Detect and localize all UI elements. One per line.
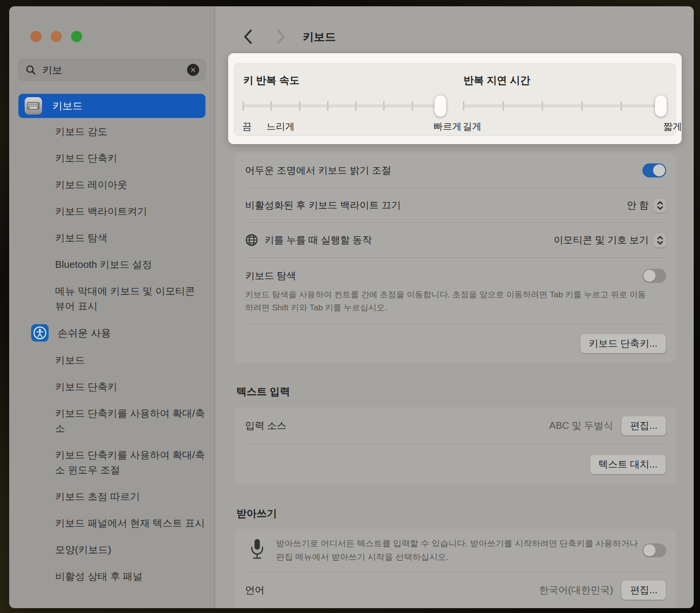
language-edit-button[interactable]: 편집... [621,580,666,600]
slider-tick [502,101,504,111]
microphone-icon [250,538,264,562]
repeat-delay-title: 반복 지연 시간 [464,73,675,87]
sidebar-item-label: 키보드 [52,99,83,113]
slider-tick [463,101,465,111]
slider-tick [411,101,413,111]
sidebar-item-keyboard-navigation[interactable]: 키보드 탐색 [18,224,205,251]
accessibility-icon [31,324,49,342]
sidebar-item-keyboard-shortcuts[interactable]: 키보드 단축키 [18,145,205,171]
repeat-delay-group: 반복 지연 시간 길게 짧게 [464,64,675,135]
popup-chevrons-icon[interactable] [654,233,666,248]
search-results-list: 키보드 키보드 감도 키보드 단축키 키보드 레이아웃 키보드 백라이트켜기 키… [18,94,205,589]
brightness-toggle[interactable] [642,163,666,177]
sidebar-item-a11y-zoom-shortcut[interactable]: 키보드 단축키를 사용하여 확대/축소 [18,400,205,441]
slider-tick [327,101,328,111]
keyboard-shortcuts-button[interactable]: 키보드 단축키... [580,334,666,353]
repeat-settings-card: 키 반복 속도 끔 느리게 빠르게 반복 지연 시간 [234,63,676,136]
slider-tick [355,101,357,111]
sidebar-item-keyboard-sensitivity[interactable]: 키보드 감도 [18,118,205,145]
keyboard-navigation-label: 키보드 탐색 [245,269,296,282]
text-input-section-title: 텍스트 입력 [236,385,694,398]
sidebar-item-a11y-inactive-panel[interactable]: 비활성 상태 후 패널 [18,563,205,589]
sidebar-item-keyboard-layout[interactable]: 키보드 레이아웃 [18,171,205,198]
brightness-label: 어두운 조명에서 키보드 밝기 조절 [245,164,391,177]
search-icon [26,65,36,75]
search-input[interactable] [42,64,187,76]
sidebar-item-accessibility[interactable]: 손쉬운 사용 [18,319,205,347]
language-label: 언어 [245,584,264,597]
brightness-row: 어두운 조명에서 키보드 밝기 조절 [245,153,666,188]
close-window-button[interactable] [30,31,42,42]
page-title: 키보드 [303,29,336,44]
key-repeat-rate-title: 키 반복 속도 [243,73,455,87]
slider-tick [383,101,385,111]
sidebar-item-label: 손쉬운 사용 [58,326,111,340]
sidebar-item-a11y-keyboard[interactable]: 키보드 [18,347,205,373]
desktop: { "colors": { "traffic_close": "#b26c44"… [0,0,700,613]
clear-search-icon[interactable]: ✕ [187,64,199,76]
sidebar-item-a11y-shortcuts[interactable]: 키보드 단축키 [18,373,205,400]
key-repeat-rate-group: 키 반복 속도 끔 느리게 빠르게 [243,64,455,135]
zoom-window-button[interactable] [71,31,82,42]
backlight-off-row: 비활성화된 후 키보드 백라이트 끄기 안 함 [245,188,666,222]
key-repeat-rate-slider[interactable] [243,95,440,117]
sidebar-item-a11y-focus-follow[interactable]: 키보드 초점 따르기 [18,483,205,510]
input-source-row: 입력 소스 ABC 및 두벌식 편집... [245,407,666,444]
fn-key-value[interactable]: 이모티콘 및 기호 보기 [554,234,649,247]
language-value: 한국어(대한민국) [539,584,613,597]
slider-tick [271,101,272,111]
slider-tick [542,101,543,111]
content-header: 키보드 [215,6,694,48]
main-content: 키보드 키 반복 속도 끔 느리게 빠르게 [215,6,694,608]
input-source-value: ABC 및 두벌식 [549,419,613,432]
sidebar-item-a11y-panel-text[interactable]: 키보드 패널에서 현재 텍스트 표시 [18,510,205,536]
slider-thumb[interactable] [434,95,447,117]
slider-label-long: 길게 [463,120,481,133]
forward-button[interactable] [275,29,287,44]
slider-track[interactable] [243,104,443,107]
text-replacement-button[interactable]: 텍스트 대치... [590,454,666,474]
dictation-toggle[interactable] [642,543,666,557]
globe-icon [245,234,258,247]
keyboard-navigation-toggle[interactable] [642,269,666,283]
dictation-section-title: 받아쓰기 [236,507,694,520]
slider-thumb[interactable] [655,95,667,117]
repeat-settings-spotlight: 키 반복 속도 끔 느리게 빠르게 반복 지연 시간 [228,53,682,144]
back-button[interactable] [242,29,254,44]
input-source-label: 입력 소스 [245,419,287,432]
input-source-edit-button[interactable]: 편집... [621,416,666,436]
sidebar-item-bluetooth-keyboard[interactable]: Bluetooth 키보드 설정 [18,251,205,277]
fn-key-row: 키를 누를 때 실행할 동작 이모티콘 및 기호 보기 [245,222,666,257]
slider-label-fast: 빠르게 [434,120,462,133]
slider-label-short: 짧게 [663,120,682,133]
popup-chevrons-icon[interactable] [654,198,666,213]
search-field[interactable]: ✕ [18,59,205,81]
backlight-off-label: 비활성화된 후 키보드 백라이트 끄기 [245,199,401,212]
keyboard-navigation-row: 키보드 탐색 키보드 탐색을 사용하여 컨트롤 간에 초점을 이동합니다. 초점… [245,257,666,324]
keyboard-app-icon [24,97,43,115]
sidebar-item-menubar-viewer[interactable]: 메뉴 막대에 키보드 및 이모티콘 뷰어 표시 [18,277,205,319]
slider-label-slow: 느리게 [266,120,295,133]
sidebar-item-keyboard[interactable]: 키보드 [18,94,205,118]
fn-key-label: 키를 누를 때 실행할 동작 [264,234,372,247]
minimize-window-button[interactable] [51,31,62,42]
dictation-card: 받아쓰기로 어디서든 텍스트를 입력할 수 있습니다. 받아쓰기를 시작하려면 … [234,529,676,608]
slider-label-off: 끔 [242,120,252,133]
sidebar-item-a11y-appearance[interactable]: 모양(키보드) [18,536,205,563]
slider-tick [243,101,244,111]
keyboard-settings-card: 어두운 조명에서 키보드 밝기 조절 비활성화된 후 키보드 백라이트 끄기 안… [234,153,676,363]
dictation-description: 받아쓰기로 어디서든 텍스트를 입력할 수 있습니다. 받아쓰기를 시작하려면 … [276,537,642,564]
repeat-delay-slider[interactable] [464,95,661,117]
system-settings-window: ✕ 키보드 [9,6,694,608]
slider-track[interactable] [464,104,664,107]
dictation-row: 받아쓰기로 어디서든 텍스트를 입력할 수 있습니다. 받아쓰기를 시작하려면 … [245,529,666,571]
slider-tick [299,101,300,111]
backlight-off-value[interactable]: 안 함 [627,199,649,212]
sidebar-item-keyboard-backlight[interactable]: 키보드 백라이트켜기 [18,198,205,224]
sidebar-item-a11y-zoom-window[interactable]: 키보드 단축키를 사용하여 확대/축소 윈도우 조절 [18,441,205,483]
dictation-language-row: 언어 한국어(대한민국) 편집... [245,571,666,608]
slider-tick [581,101,583,111]
keyboard-navigation-description: 키보드 탐색을 사용하여 컨트롤 간에 초점을 이동합니다. 초점을 앞으로 이… [245,288,646,314]
slider-scale-labels: 길게 짧게 [464,120,675,134]
window-controls [18,6,205,42]
